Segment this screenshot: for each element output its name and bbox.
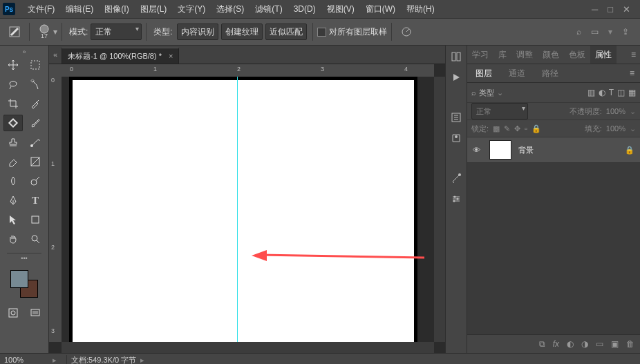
menu-window[interactable]: 窗口(W) [360,3,401,15]
sample-all-layers-checkbox[interactable] [317,28,326,37]
menu-select[interactable]: 选择(S) [211,3,250,15]
tab-learn[interactable]: 学习 [467,49,493,61]
vertical-guide[interactable] [237,77,238,342]
layer-fx-icon[interactable]: fx [553,339,559,349]
history-brush-tool[interactable] [26,134,45,151]
spot-heal-tool[interactable] [3,115,23,131]
adjustment-layer-icon[interactable]: ◑ [581,339,588,349]
tab-channels[interactable]: 通道 [500,68,534,79]
lock-position-icon[interactable]: ✥ [514,124,520,133]
lasso-tool[interactable] [3,76,23,93]
screen-mode-tool[interactable] [26,305,45,321]
hand-tool[interactable] [3,231,23,247]
shape-tool[interactable] [26,211,45,228]
tab-color[interactable]: 颜色 [538,49,564,61]
menu-view[interactable]: 视图(V) [321,3,360,15]
lock-all-icon[interactable]: 🔒 [531,124,541,133]
layer-name[interactable]: 背景 [518,145,534,155]
layer-thumbnail[interactable] [489,140,511,160]
doc-size[interactable]: 文档:549.3K/0 字节 [71,355,136,365]
lock-icon[interactable]: 🔒 [625,146,634,155]
blend-mode-select[interactable]: 正常 [91,23,142,40]
foreground-swatch[interactable] [10,270,28,288]
ruler-corner[interactable] [49,64,62,77]
panel-play-icon[interactable] [449,70,464,84]
new-layer-icon[interactable]: ▣ [611,339,619,349]
maximize-button[interactable]: □ [608,4,613,15]
filter-image-icon[interactable]: ▥ [587,88,595,97]
ruler-vertical[interactable]: 0 1 2 3 [49,77,62,342]
panel-para-icon[interactable] [449,131,464,145]
visibility-icon[interactable]: 👁 [473,146,484,154]
move-tool[interactable] [3,57,23,73]
panel-adjust-icon[interactable] [449,192,464,206]
stamp-tool[interactable] [3,134,23,151]
menu-image[interactable]: 图像(I) [99,3,134,15]
type-create-texture-button[interactable]: 创建纹理 [221,23,263,40]
tab-adjust[interactable]: 调整 [511,49,538,61]
eyedropper-tool[interactable] [26,95,45,112]
marquee-tool[interactable] [26,57,45,73]
panel-char-icon[interactable] [449,111,464,124]
menu-file[interactable]: 文件(F) [22,3,60,15]
opacity-value[interactable]: 100% [606,107,625,115]
menu-layer[interactable]: 图层(L) [135,3,173,15]
menu-edit[interactable]: 编辑(E) [60,3,99,15]
link-layers-icon[interactable]: ⧉ [539,339,545,349]
gradient-tool[interactable] [26,153,45,170]
type-tool[interactable]: T [26,192,45,209]
arrange-icon[interactable]: ▭ [591,27,599,37]
tab-properties[interactable]: 属性 [590,46,617,64]
tab-swatch[interactable]: 色板 [564,49,590,61]
close-tab-icon[interactable]: × [169,52,173,60]
close-button[interactable]: ✕ [623,4,630,15]
menu-help[interactable]: 帮助(H) [401,3,440,15]
panel-history-icon[interactable] [449,50,464,64]
color-swatches[interactable] [10,270,38,298]
tabbar-expand[interactable]: « [49,46,62,64]
menu-filter[interactable]: 滤镜(T) [250,3,288,15]
pressure-icon[interactable] [397,23,415,41]
group-icon[interactable]: ▭ [596,339,603,349]
panel-brush-icon[interactable] [449,171,464,185]
quick-select-tool[interactable] [26,76,45,93]
tab-paths[interactable]: 路径 [534,68,567,79]
filter-shape-icon[interactable]: ◫ [617,88,625,97]
zoom-level[interactable]: 100% [4,356,53,364]
quick-mask-tool[interactable] [3,305,23,321]
eraser-tool[interactable] [3,153,23,170]
scrollbar-horizontal[interactable] [62,342,434,353]
search-icon[interactable]: ⌕ [576,27,581,37]
lock-brush-icon[interactable]: ✎ [504,124,510,133]
ruler-horizontal[interactable]: 0 1 2 3 4 [62,64,434,77]
lock-pixels-icon[interactable]: ▩ [493,124,500,133]
crop-tool[interactable] [3,95,23,112]
zoom-tool[interactable] [26,231,45,247]
filter-kind-select[interactable]: ⌕类型 ⌄ [471,88,503,98]
scrollbar-vertical[interactable] [434,77,445,342]
layer-panel-menu-icon[interactable]: ≡ [621,68,640,78]
brush-preview-icon[interactable]: 17 [35,23,53,41]
minimize-button[interactable]: ─ [592,4,598,15]
blur-tool[interactable] [3,173,23,189]
filter-adjust-icon[interactable]: ◐ [599,88,605,97]
share-icon[interactable]: ⇪ [622,27,629,37]
pen-tool[interactable] [3,192,23,209]
menu-3d[interactable]: 3D(D) [288,4,321,14]
dodge-tool[interactable] [26,173,45,189]
brush-tool[interactable] [26,115,45,131]
layer-blend-select[interactable]: 正常 [471,103,528,119]
toolbox-expand[interactable]: » [3,48,46,55]
document-tab[interactable]: 未标题-1 @ 100%(RGB/8) * × [62,48,179,64]
layer-row[interactable]: 👁 背景 🔒 [467,137,640,163]
type-content-aware-button[interactable]: 内容识别 [177,23,218,40]
panel-menu-icon[interactable]: ≡ [626,50,640,59]
lock-artboard-icon[interactable]: ▫ [525,124,527,133]
filter-smart-icon[interactable]: ▦ [628,88,636,97]
menu-type[interactable]: 文字(Y) [172,3,211,15]
layer-mask-icon[interactable]: ◐ [567,339,574,349]
delete-layer-icon[interactable]: 🗑 [626,339,634,349]
fill-value[interactable]: 100% [606,124,625,133]
path-select-tool[interactable] [3,211,23,228]
filter-type-icon[interactable]: T [609,88,614,97]
